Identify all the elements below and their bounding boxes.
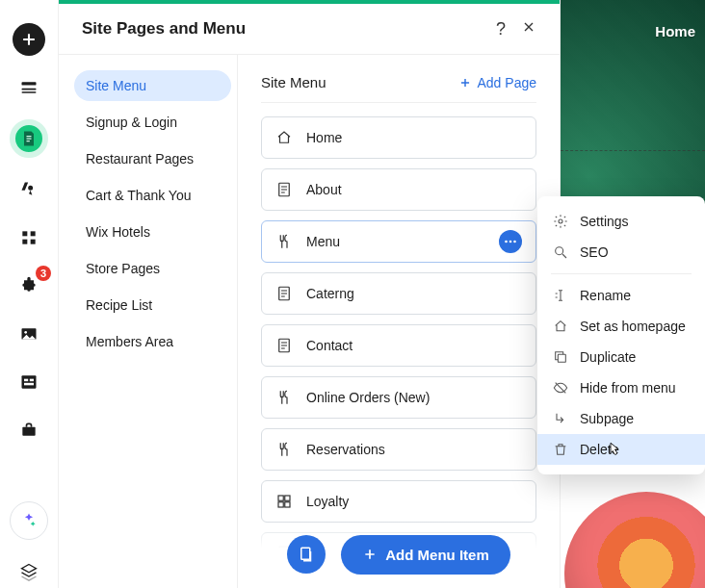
preview-nav-home[interactable]: Home xyxy=(655,23,695,39)
svg-rect-2 xyxy=(22,91,37,93)
svg-rect-1 xyxy=(22,89,37,90)
page-row-about[interactable]: About xyxy=(261,168,536,211)
ctx-seo[interactable]: SEO xyxy=(537,237,705,268)
page-row-online-orders[interactable]: Online Orders (New) xyxy=(261,376,536,419)
svg-rect-28 xyxy=(558,354,565,362)
addons-puzzle-icon[interactable]: 3 xyxy=(13,269,45,302)
pages-panel: Site Pages and Menu ? Site Menu Signup &… xyxy=(58,0,561,588)
page-label: Menu xyxy=(306,234,340,249)
svg-point-8 xyxy=(24,331,27,334)
page-label: Caterng xyxy=(306,286,354,301)
ctx-label: Duplicate xyxy=(580,349,636,365)
svg-rect-25 xyxy=(301,548,310,559)
page-row-home[interactable]: Home xyxy=(261,116,536,159)
sidebar-item-site-menu[interactable]: Site Menu xyxy=(74,70,231,101)
add-page-button[interactable]: Add Page xyxy=(458,75,537,90)
svg-rect-4 xyxy=(31,231,36,236)
svg-rect-13 xyxy=(22,427,35,436)
media-icon[interactable] xyxy=(13,318,45,350)
ctx-label: Hide from menu xyxy=(580,380,676,396)
page-label: Home xyxy=(306,130,342,145)
add-page-label: Add Page xyxy=(478,75,537,90)
ai-assistant-icon[interactable] xyxy=(10,501,48,540)
ctx-label: Rename xyxy=(580,288,631,303)
add-icon[interactable] xyxy=(13,23,45,56)
section-title: Site Menu xyxy=(261,74,326,90)
page-context-menu: Settings SEO Rename Set as homepage Dupl… xyxy=(537,196,705,474)
sidebar-item-wix-hotels[interactable]: Wix Hotels xyxy=(74,217,231,247)
add-menu-item-label: Add Menu Item xyxy=(385,547,489,563)
page-more-icon[interactable] xyxy=(499,230,522,253)
svg-rect-5 xyxy=(22,240,27,244)
section-head: Site Menu Add Page xyxy=(261,70,536,103)
ctx-rename[interactable]: Rename xyxy=(537,280,705,311)
preview-guide-line xyxy=(561,150,705,151)
page-label: Online Orders (New) xyxy=(306,390,430,405)
sidebar-item-recipe-list[interactable]: Recipe List xyxy=(74,290,231,320)
svg-rect-0 xyxy=(22,82,37,85)
svg-point-16 xyxy=(509,241,512,243)
help-icon[interactable]: ? xyxy=(496,19,506,39)
ctx-label: Settings xyxy=(580,214,629,229)
svg-rect-22 xyxy=(278,502,283,507)
svg-rect-11 xyxy=(30,379,34,382)
badge-count: 3 xyxy=(36,266,51,281)
sidebar-item-signup-login[interactable]: Signup & Login xyxy=(74,107,231,138)
svg-rect-21 xyxy=(285,496,290,500)
svg-rect-6 xyxy=(31,240,36,244)
apps-grid-icon[interactable] xyxy=(13,221,45,254)
panel-title: Site Pages and Menu xyxy=(82,19,246,38)
svg-rect-12 xyxy=(24,383,34,386)
panel-footer: Add Menu Item xyxy=(238,521,560,588)
pages-sidebar: Site Menu Signup & Login Restaurant Page… xyxy=(59,55,238,588)
ctx-hide[interactable]: Hide from menu xyxy=(537,372,705,403)
page-label: About xyxy=(306,182,342,197)
ctx-label: Set as homepage xyxy=(580,319,686,334)
svg-point-26 xyxy=(559,219,562,223)
page-row-loyalty[interactable]: Loyalty xyxy=(261,480,536,523)
form-icon[interactable] xyxy=(13,366,45,398)
sidebar-item-store-pages[interactable]: Store Pages xyxy=(74,253,231,284)
svg-rect-10 xyxy=(24,379,28,382)
svg-point-15 xyxy=(505,241,508,243)
cursor-pointer-icon xyxy=(605,441,622,462)
sidebar-item-cart-thankyou[interactable]: Cart & Thank You xyxy=(74,180,231,211)
page-list: Home About Menu Caterng xyxy=(261,116,536,575)
panel-header: Site Pages and Menu ? xyxy=(59,0,560,54)
layers-icon[interactable] xyxy=(13,555,45,588)
page-label: Loyalty xyxy=(306,494,349,509)
pages-icon[interactable] xyxy=(10,119,48,158)
ctx-subpage[interactable]: Subpage xyxy=(537,403,705,434)
ctx-label: SEO xyxy=(580,244,609,260)
sidebar-item-restaurant-pages[interactable]: Restaurant Pages xyxy=(74,143,231,174)
page-label: Contact xyxy=(306,338,352,353)
section-icon[interactable] xyxy=(13,71,45,104)
design-icon[interactable] xyxy=(13,173,45,206)
sidebar-item-members-area[interactable]: Members Area xyxy=(74,326,231,357)
page-row-reservations[interactable]: Reservations xyxy=(261,428,536,471)
svg-rect-23 xyxy=(285,502,290,507)
page-row-catering[interactable]: Caterng xyxy=(261,272,536,315)
add-menu-item-button[interactable]: Add Menu Item xyxy=(341,535,510,575)
ctx-label: Subpage xyxy=(580,411,634,426)
svg-point-17 xyxy=(513,241,516,243)
quick-add-page-button[interactable] xyxy=(287,535,326,574)
left-tool-rail: 3 xyxy=(0,0,58,588)
page-label: Reservations xyxy=(306,442,385,457)
ctx-duplicate[interactable]: Duplicate xyxy=(537,342,705,372)
page-row-contact[interactable]: Contact xyxy=(261,324,536,367)
svg-rect-9 xyxy=(22,375,37,388)
ctx-settings[interactable]: Settings xyxy=(537,206,705,237)
svg-point-27 xyxy=(556,247,563,255)
svg-rect-20 xyxy=(278,496,283,500)
ctx-separator xyxy=(551,273,692,274)
business-icon[interactable] xyxy=(13,414,45,447)
page-row-menu[interactable]: Menu xyxy=(261,220,536,263)
close-icon[interactable] xyxy=(521,19,536,39)
ctx-set-homepage[interactable]: Set as homepage xyxy=(537,311,705,342)
pages-main: Site Menu Add Page Home About Menu xyxy=(238,55,560,588)
svg-rect-3 xyxy=(22,231,27,236)
